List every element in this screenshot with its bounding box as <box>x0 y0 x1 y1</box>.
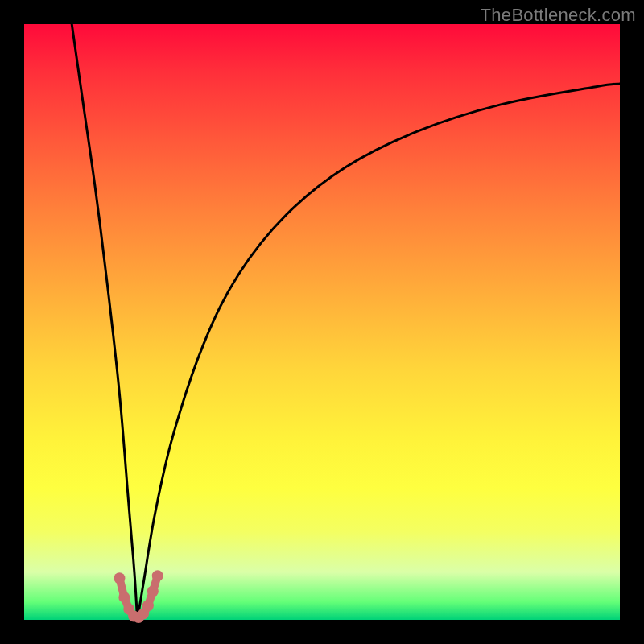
trough-marker-dots <box>114 570 163 623</box>
trough-marker-dot <box>118 592 130 603</box>
curve-left-branch <box>72 24 137 620</box>
curve-right-branch <box>138 84 620 620</box>
chart-frame: TheBottleneck.com <box>0 0 644 644</box>
trough-marker-dot <box>142 600 154 611</box>
curve-layer <box>24 24 620 620</box>
trough-marker-dot <box>147 585 159 597</box>
trough-marker-dot <box>152 570 163 581</box>
watermark-text: TheBottleneck.com <box>481 5 636 26</box>
plot-area <box>24 24 620 620</box>
trough-marker-dot <box>114 572 125 584</box>
